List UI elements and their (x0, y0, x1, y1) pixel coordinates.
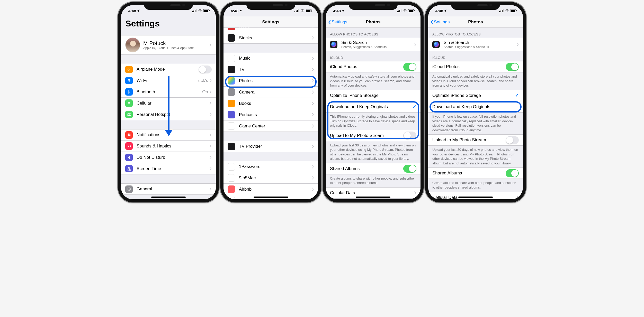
settings-row-photos[interactable]: Photos (223, 75, 318, 87)
svg-rect-25 (401, 9, 401, 12)
optimize-row[interactable]: Optimize iPhone Storage (326, 90, 421, 101)
settings-row-news[interactable]: News (223, 28, 318, 32)
svg-rect-29 (499, 11, 500, 12)
notch (246, 2, 295, 10)
settings-row-1password[interactable]: 1Password (223, 161, 318, 172)
location-icon (342, 9, 345, 12)
settings-row-9to5mac[interactable]: 9to5Mac (223, 172, 318, 184)
chevron-right-icon (312, 28, 314, 28)
settings-row-general[interactable]: General (121, 183, 216, 195)
home-indicator[interactable] (151, 197, 186, 198)
app-icon (228, 174, 235, 182)
svg-point-13 (129, 189, 130, 190)
home-indicator[interactable] (254, 197, 288, 198)
phone-1: 4:48 Settings M Potuck Apple ID, iCloud,… (118, 2, 219, 202)
shared-albums-toggle[interactable] (403, 165, 416, 173)
back-button[interactable]: Settings (430, 20, 450, 25)
svg-rect-28 (414, 10, 415, 11)
icloud-photos-toggle[interactable] (403, 63, 416, 71)
app-icon (228, 66, 235, 73)
scroll-down-arrow (162, 76, 175, 137)
photostream-row[interactable]: Upload to My Photo Stream (326, 130, 421, 141)
allow-section-header: ALLOW PHOTOS TO ACCESS (326, 28, 421, 38)
app-icon (228, 77, 235, 85)
notifications-icon (125, 131, 133, 139)
nav-bar: Settings Photos (326, 16, 421, 28)
signal-icon (294, 9, 299, 12)
settings-row-tv-provider[interactable]: TV Provider (223, 141, 318, 152)
svg-rect-2 (195, 10, 195, 12)
shared-albums-row[interactable]: Shared Albums (326, 163, 421, 174)
dnd-icon (125, 154, 133, 161)
app-icon (228, 143, 235, 150)
settings-row-tv[interactable]: TV (223, 64, 318, 75)
checkmark-icon: ✓ (515, 93, 519, 98)
shared-albums-toggle[interactable] (506, 169, 519, 177)
siri-search-row[interactable]: Siri & SearchSearch, Suggestions & Short… (326, 38, 421, 51)
icloud-desc: Automatically upload and safely store al… (326, 72, 421, 90)
app-icon (228, 197, 235, 199)
settings-row-airplane[interactable]: ✈︎ Airplane Mode (121, 64, 216, 75)
allow-section-header: ALLOW PHOTOS TO ACCESS (428, 28, 523, 38)
nav-title: Photos (366, 20, 381, 25)
wifi-icon (198, 9, 202, 12)
shared-desc: Create albums to share with other people… (326, 174, 421, 187)
settings-row-books[interactable]: Books (223, 98, 318, 109)
account-sub: Apple ID, iCloud, iTunes & App Store (143, 46, 210, 50)
photostream-row[interactable]: Upload to My Photo Stream (428, 134, 523, 146)
optimize-row[interactable]: Optimize iPhone Storage✓ (428, 90, 523, 101)
apple-id-row[interactable]: M Potuck Apple ID, iCloud, iTunes & App … (121, 35, 216, 55)
siri-icon (432, 41, 440, 48)
location-icon (137, 9, 140, 12)
notch (144, 2, 193, 10)
svg-rect-21 (312, 10, 312, 11)
chevron-right-icon (312, 102, 314, 105)
wifi-icon (403, 9, 407, 12)
app-icon (228, 163, 235, 171)
app-icon (228, 28, 235, 30)
settings-row-screentime[interactable]: Screen Time (121, 163, 216, 174)
airplane-icon: ✈︎ (125, 66, 133, 73)
settings-row-sounds[interactable]: Sounds & Haptics (121, 141, 216, 152)
icloud-photos-toggle[interactable] (506, 63, 519, 71)
chevron-right-icon (210, 167, 212, 170)
svg-rect-16 (296, 11, 297, 12)
download-originals-row[interactable]: Download and Keep Originals (428, 101, 523, 113)
airplane-toggle[interactable] (199, 66, 212, 73)
settings-row-stocks[interactable]: Stocks (223, 32, 318, 44)
checkmark-icon: ✓ (413, 104, 416, 110)
settings-row-podcasts[interactable]: Podcasts (223, 109, 318, 120)
chevron-right-icon (312, 145, 314, 148)
settings-row-music[interactable]: Music (223, 53, 318, 64)
svg-rect-5 (204, 10, 208, 12)
wifi-settings-icon (125, 77, 133, 84)
settings-row-airbnb[interactable]: Airbnb (223, 184, 318, 195)
chevron-right-icon (312, 36, 314, 40)
photostream-toggle[interactable] (506, 136, 519, 144)
photostream-toggle[interactable] (403, 132, 416, 139)
chevron-right-icon (312, 68, 314, 71)
screentime-icon (125, 165, 133, 172)
svg-rect-18 (298, 9, 299, 12)
chevron-right-icon (312, 176, 314, 180)
back-button[interactable]: Settings (328, 20, 347, 25)
chevron-right-icon (312, 57, 314, 60)
signal-icon (397, 9, 401, 12)
download-originals-row[interactable]: Download and Keep Originals✓ (326, 101, 421, 113)
settings-row-game-center[interactable]: Game Center (223, 120, 318, 132)
cellular-data-row[interactable]: Cellular Data (428, 192, 523, 200)
chevron-right-icon (210, 133, 212, 137)
chevron-right-icon (210, 79, 212, 82)
settings-row-dnd[interactable]: Do Not Disturb (121, 152, 216, 163)
status-time: 4:48 (128, 9, 136, 13)
shared-albums-row[interactable]: Shared Albums (428, 167, 523, 179)
siri-search-row[interactable]: Siri & SearchSearch, Suggestions & Short… (428, 38, 523, 51)
settings-row-camera[interactable]: Camera (223, 87, 318, 98)
icloud-photos-row[interactable]: iCloud Photos (326, 61, 421, 72)
svg-rect-15 (294, 11, 295, 12)
icloud-section-header: ICLOUD (428, 51, 523, 61)
icloud-photos-row[interactable]: iCloud Photos (428, 61, 523, 72)
home-indicator[interactable] (356, 197, 390, 198)
battery-icon (408, 9, 415, 12)
home-indicator[interactable] (458, 197, 493, 198)
